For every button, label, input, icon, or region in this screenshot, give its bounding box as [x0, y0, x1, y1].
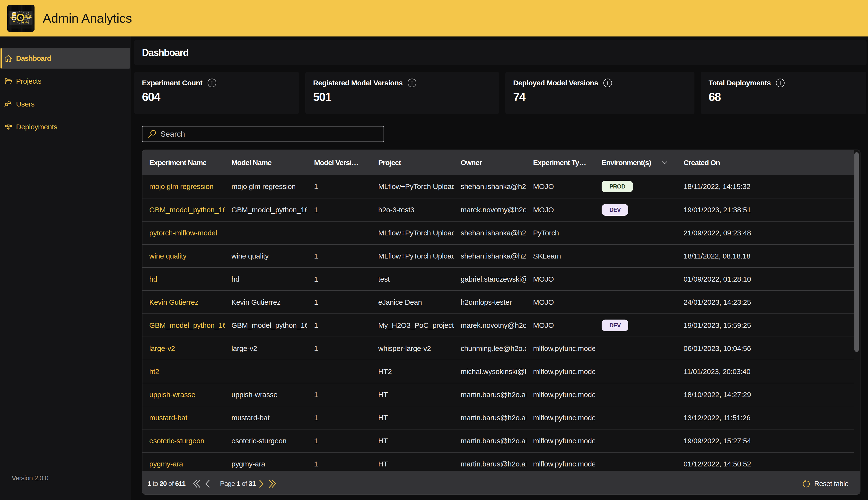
cell-created-on: 18/11/2022, 08:18:18 [677, 245, 854, 268]
column-header-created-on[interactable]: Created On [677, 150, 854, 175]
table-row: large-v2large-v21whisper-large-v2chunmin… [142, 337, 854, 360]
cell-experiment-type: MOJO [526, 291, 595, 314]
first-page-button[interactable] [193, 472, 200, 495]
cell-environments [595, 291, 677, 314]
cell-experiment-type: MOJO [526, 268, 595, 291]
last-page-button[interactable] [269, 472, 277, 495]
cell-project: whisper-large-v2 [371, 337, 454, 360]
cell-experiment-name[interactable]: uppish-wrasse [142, 383, 224, 406]
stat-card-experiment-count: Experiment Count604 [134, 72, 299, 114]
cell-experiment-name[interactable]: ht2 [142, 360, 224, 383]
cell-environments: DEV [595, 314, 677, 337]
main-content: Dashboard Experiment Count604Registered … [131, 36, 868, 500]
info-icon[interactable] [603, 78, 612, 88]
stat-card-value: 74 [513, 91, 687, 103]
cell-model-name: mustard-bat [224, 406, 307, 429]
cell-owner: michal.wysokinski@h [454, 360, 526, 383]
sidebar-item-deployments[interactable]: Deployments [1, 117, 130, 137]
stat-card-value: 501 [313, 91, 491, 103]
next-page-button[interactable] [259, 472, 264, 495]
table-row: mustard-batmustard-bat1HTmartin.barus@h2… [142, 406, 854, 429]
page-header: Dashboard [134, 40, 867, 65]
search-input[interactable] [160, 129, 374, 139]
cell-environments [595, 383, 677, 406]
page-title: Dashboard [142, 47, 188, 58]
table-scrollbar-thumb[interactable] [854, 152, 859, 352]
cell-experiment-type: MOJO [526, 198, 595, 221]
data-table: Experiment NameModel NameModel VersionPr… [142, 150, 854, 475]
cell-owner: martin.barus@h2o.ai [454, 383, 526, 406]
table-row: Kevin GutierrezKevin Gutierrez1eJanice D… [142, 291, 854, 314]
cell-environments [595, 337, 677, 360]
cell-created-on: 11/01/2023, 20:03:40 [677, 360, 854, 383]
cell-owner: shehan.ishanka@h2o [454, 175, 526, 198]
cell-experiment-name[interactable]: mustard-bat [142, 406, 224, 429]
previous-page-button[interactable] [205, 472, 210, 495]
cell-experiment-type: mlflow.pyfunc.model [526, 429, 595, 452]
cell-project: My_H2O3_PoC_project [371, 314, 454, 337]
folder-icon [4, 77, 12, 86]
info-icon[interactable] [776, 78, 785, 88]
environment-badge-prod: PROD [602, 181, 633, 192]
cell-model-version: 1 [307, 383, 371, 406]
column-header-experiment-name[interactable]: Experiment Name [142, 150, 224, 175]
column-header-environments[interactable]: Environment(s) [595, 150, 677, 175]
cell-experiment-name[interactable]: wine quality [142, 245, 224, 268]
cell-experiment-name[interactable]: large-v2 [142, 337, 224, 360]
table-row: GBM_model_python_167GBM_model_python_167… [142, 198, 854, 221]
cell-experiment-type: mlflow.pyfunc.model [526, 383, 595, 406]
cell-project: HT [371, 406, 454, 429]
cell-owner: gabriel.starczewski@ [454, 268, 526, 291]
reset-table-button[interactable]: Reset table [802, 472, 848, 495]
cell-created-on: 24/01/2023, 14:23:25 [677, 291, 854, 314]
cell-owner: marek.novotny@h2o [454, 314, 526, 337]
table-row: uppish-wrasseuppish-wrasse1HTmartin.baru… [142, 383, 854, 406]
cell-model-version: 1 [307, 175, 371, 198]
stat-card-value: 68 [708, 91, 858, 103]
cell-experiment-name[interactable]: hd [142, 268, 224, 291]
cell-experiment-name[interactable]: mojo glm regression [142, 175, 224, 198]
cell-project: HT [371, 429, 454, 452]
sidebar-item-projects[interactable]: Projects [1, 71, 130, 91]
cell-created-on: 19/09/2022, 15:27:54 [677, 429, 854, 452]
cell-experiment-name[interactable]: pytorch-mlflow-model [142, 221, 224, 245]
info-icon[interactable] [407, 78, 417, 88]
cell-experiment-type: PyTorch [526, 221, 595, 245]
version-label: Version 2.0.0 [12, 474, 48, 482]
cell-environments [595, 406, 677, 429]
table-row: ht2HT2michal.wysokinski@hmlflow.pyfunc.m… [142, 360, 854, 383]
cell-model-name: mojo glm regression [224, 175, 307, 198]
stat-card-total-deployments: Total Deployments68 [701, 72, 866, 114]
cell-model-name: large-v2 [224, 337, 307, 360]
cell-experiment-type: mlflow.pyfunc.model [526, 360, 595, 383]
table-head: Experiment NameModel NameModel VersionPr… [142, 150, 854, 175]
chevron-down-icon[interactable] [662, 160, 668, 166]
rows-range: 1 to 20 of 611 [148, 472, 185, 495]
column-header-experiment-type[interactable]: Experiment Type [526, 150, 595, 175]
stat-cards: Experiment Count604Registered Model Vers… [134, 72, 867, 114]
cell-experiment-name[interactable]: GBM_model_python_167 [142, 314, 224, 337]
column-header-owner[interactable]: Owner [454, 150, 526, 175]
cell-experiment-name[interactable]: Kevin Gutierrez [142, 291, 224, 314]
cell-created-on: 18/11/2022, 14:15:32 [677, 175, 854, 198]
stat-card-label: Experiment Count [142, 79, 202, 87]
sidebar-item-dashboard[interactable]: Dashboard [1, 48, 130, 69]
cell-created-on: 01/09/2022, 01:28:10 [677, 268, 854, 291]
cell-model-version: 1 [307, 268, 371, 291]
cell-project: HT [371, 383, 454, 406]
column-header-project[interactable]: Project [371, 150, 454, 175]
cell-created-on: 13/12/2022, 11:51:26 [677, 406, 854, 429]
cell-experiment-name[interactable]: esoteric-sturgeon [142, 429, 224, 452]
experiments-table: Experiment NameModel NameModel VersionPr… [142, 150, 860, 495]
stat-card-deployed-model-versions: Deployed Model Versions74 [505, 72, 694, 114]
sidebar-item-users[interactable]: Users [1, 94, 130, 114]
cell-experiment-name[interactable]: GBM_model_python_167 [142, 198, 224, 221]
cell-model-version: 1 [307, 198, 371, 221]
column-header-model-version[interactable]: Model Version [307, 150, 371, 175]
info-icon[interactable] [207, 78, 217, 88]
cell-model-name: GBM_model_python_167 [224, 314, 307, 337]
deployments-icon [4, 123, 12, 131]
cell-project: HT2 [371, 360, 454, 383]
column-header-model-name[interactable]: Model Name [224, 150, 307, 175]
cell-project: h2o-3-test3 [371, 198, 454, 221]
